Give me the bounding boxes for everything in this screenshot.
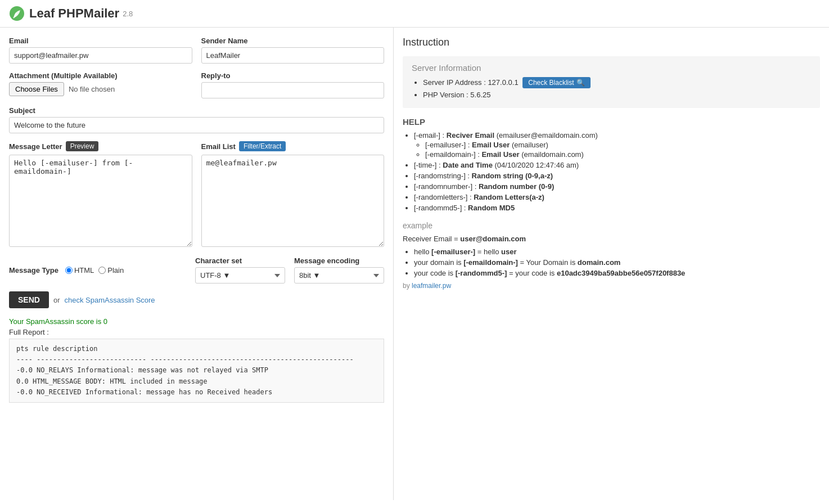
subject-input[interactable] [9,117,384,133]
choose-files-button[interactable]: Choose Files [9,82,64,96]
php-version-label: PHP Version : [423,91,468,99]
preview-badge[interactable]: Preview [66,141,99,151]
sender-name-label: Sender Name [201,37,385,45]
help-item-randomnumber: [-randomnumber-] : Random number (0-9) [414,182,820,191]
send-row: SEND or check SpamAssassin Score [9,291,384,308]
by-line: by leafmailer.pw [403,282,820,290]
email-list-textarea[interactable]: me@leafmailer.pw [201,155,385,247]
attachment-col: Attachment (Multiple Available) Choose F… [9,71,192,98]
plain-radio-label: Plain [107,266,124,274]
server-ip-item: Server IP Address : 127.0.0.1 Check Blac… [423,77,811,88]
email-sender-row: Email Sender Name [9,37,384,64]
attachment-row: Choose Files No file chosen [9,82,192,96]
message-letter-header: Message Letter Preview [9,141,192,151]
email-field-col: Email [9,37,192,64]
charset-col: Character set UTF-8 ▼ [195,256,285,284]
plain-radio-option[interactable]: Plain [98,266,124,274]
help-key-randomnumber: [-randomnumber-] : [414,182,479,191]
charset-select[interactable]: UTF-8 ▼ [195,267,285,284]
example-tag-emaildomain: [-emaildomain-] [463,258,518,267]
sender-name-col: Sender Name [201,37,385,64]
help-sub-extra-emaildomain: (emaildomain.com) [521,150,584,159]
html-radio-option[interactable]: HTML [65,266,94,274]
help-item-time: [-time-] : Date and Time (04/10/2020 12:… [414,161,820,169]
help-sub-emailuser: [-emailuser-] : Email User (emailuser) [425,141,820,149]
left-panel: Email Sender Name Attachment (Multiple A… [0,28,394,500]
spam-link[interactable]: check SpamAssassin Score [64,296,155,304]
help-sub-extra-emailuser: (emailuser) [512,141,548,149]
send-button[interactable]: SEND [9,291,49,308]
help-extra-email: (emailuser@emaildomain.com) [497,131,598,140]
help-sub-desc-emaildomain: Email User [481,150,519,159]
report-table: pts rule description ---- --------------… [9,339,384,403]
email-input[interactable] [9,47,192,64]
help-sub-list-email: [-emailuser-] : Email User (emailuser) [… [414,141,820,159]
charset-label: Character set [195,256,285,265]
reply-to-col: Reply-to [201,71,385,98]
example-item-emailuser: hello [-emailuser-] = hello user [414,248,820,256]
help-list: [-email-] : Reciver Email (emailuser@ema… [403,131,820,212]
receiver-email-text: Receiver Email = user@domain.com [403,235,820,243]
report-line-4: -0.0 NO_RECEIVED Informational: message … [16,387,377,398]
email-list-col: Email List Filter/Extract me@leafmailer.… [201,141,385,249]
report-line-0: pts rule description [16,344,377,354]
plain-radio[interactable] [98,267,106,274]
search-icon: 🔍 [576,79,585,87]
instruction-title: Instruction [403,37,820,48]
message-letter-label: Message Letter [9,142,62,151]
msg-encoding-col: Message encoding 8bit ▼ [294,256,384,284]
help-key-time: [-time-] : [414,161,443,169]
message-letter-col: Message Letter Preview Hello [-emailuser… [9,141,192,249]
help-desc-time: Date and Time [443,161,493,169]
help-item-randommd5: [-randommd5-] : Random MD5 [414,204,820,212]
receiver-email-value: user@domain.com [460,235,526,243]
filter-extract-badge[interactable]: Filter/Extract [239,141,286,151]
no-file-text: No file chosen [69,85,115,93]
full-report-label: Full Report : [9,328,384,336]
app-version: 2.8 [123,10,133,18]
example-list: hello [-emailuser-] = hello user your do… [403,248,820,277]
receiver-email-label: Receiver Email = [403,235,460,243]
example-title: example [403,221,820,230]
example-tag-emailuser: [-emailuser-] [431,248,475,256]
php-version-value: 5.6.25 [470,91,490,99]
msg-encoding-select[interactable]: 8bit ▼ [294,267,384,284]
check-blacklist-label: Check Blacklist [528,79,574,87]
sender-name-input[interactable] [201,47,385,64]
help-extra-time: (04/10/2020 12:47:46 am) [495,161,579,169]
check-blacklist-button[interactable]: Check Blacklist 🔍 [522,77,590,88]
help-item-randomstring: [-randomstring-] : Random string (0-9,a-… [414,172,820,180]
help-sub-key-emailuser: [-emailuser-] : [425,141,472,149]
help-title: HELP [403,117,820,127]
spam-score-text: Your SpamAssassin score is 0 [9,317,384,326]
by-text: by [403,282,412,290]
example-item-emaildomain: your domain is [-emaildomain-] = Your Do… [414,258,820,267]
subject-label: Subject [9,106,384,115]
attachment-reply-row: Attachment (Multiple Available) Choose F… [9,71,384,98]
right-panel: Instruction Server Information Server IP… [394,28,829,500]
send-or-text: or [53,296,60,304]
message-type-row: Message Type HTML Plain Character set UT… [9,256,384,284]
help-sub-key-emaildomain: [-emaildomain-] : [425,150,481,159]
by-link[interactable]: leafmailer.pw [412,282,451,290]
message-body-textarea[interactable]: Hello [-emailuser-] from [-emaildomain-] [9,155,192,247]
reply-to-input[interactable] [201,82,385,98]
help-key-randomletters: [-randomletters-] : [414,193,474,201]
server-ip-label: Server IP Address : [423,78,486,87]
help-key-randomstring: [-randomstring-] : [414,172,472,180]
server-info-box: Server Information Server IP Address : 1… [403,56,820,108]
html-radio-label: HTML [74,266,94,274]
help-key-randommd5: [-randommd5-] : [414,204,468,212]
attachment-label: Attachment (Multiple Available) [9,71,192,80]
app-header: Leaf PHPMailer 2.8 [0,0,829,28]
report-line-3: 0.0 HTML_MESSAGE BODY: HTML included in … [16,376,377,387]
app-title: Leaf PHPMailer [29,6,119,21]
example-item-randommd5: your code is [-randommd5-] = your code i… [414,269,820,277]
html-radio[interactable] [65,267,73,274]
subject-group: Subject [9,106,384,133]
help-item-randomletters: [-randomletters-] : Random Letters(a-z) [414,193,820,201]
example-result-emailuser: user [501,248,516,256]
example-tag-randommd5: [-randommd5-] [456,269,507,277]
message-emaillist-row: Message Letter Preview Hello [-emailuser… [9,141,384,249]
help-desc-randomstring: Random string (0-9,a-z) [472,172,553,180]
